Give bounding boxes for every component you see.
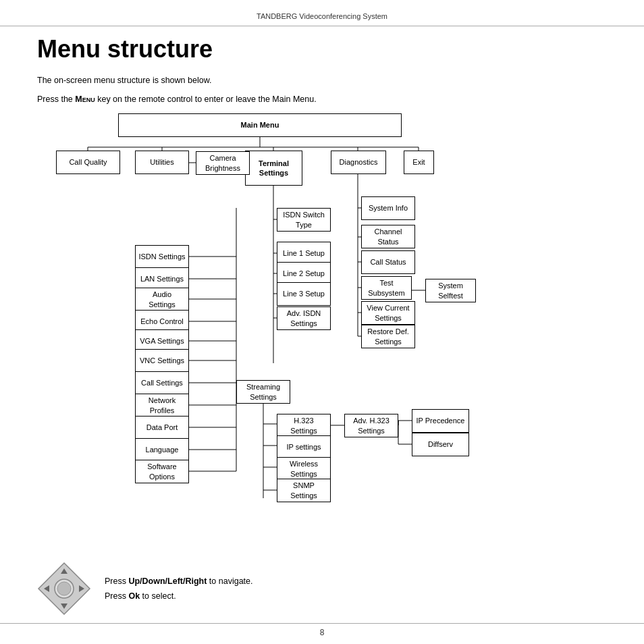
- box-utilities: Utilities: [135, 151, 189, 174]
- bottom-rule: [0, 623, 644, 624]
- box-network-profiles: Network Profiles: [135, 394, 189, 417]
- box-audio-settings: Audio Settings: [135, 288, 189, 311]
- box-call-status: Call Status: [361, 250, 415, 274]
- box-terminal-settings: Terminal Settings: [245, 151, 302, 186]
- subtitle1: The on-screen menu structure is shown be…: [37, 76, 211, 85]
- box-line3-setup: Line 3 Setup: [277, 282, 331, 306]
- box-h323-settings: H.323 Settings: [277, 414, 331, 437]
- page-number: 8: [320, 628, 325, 637]
- box-diagnostics: Diagnostics: [331, 151, 386, 174]
- box-diffserv: Diffserv: [412, 433, 469, 456]
- menu-structure-diagram: Main Menu Call Quality Utilities Termina…: [37, 113, 618, 545]
- nav-area: Press Up/Down/Left/Right to navigate. Pr…: [37, 562, 253, 616]
- ok-key: Ok: [128, 591, 140, 601]
- box-language: Language: [135, 438, 189, 462]
- box-main-menu: Main Menu: [118, 113, 402, 137]
- box-ip-settings: IP settings: [277, 435, 331, 459]
- svg-point-49: [57, 582, 71, 595]
- box-view-current-settings: View Current Settings: [361, 301, 415, 325]
- box-isdn-switch-type: ISDN Switch Type: [277, 208, 331, 232]
- nav-instructions: Press Up/Down/Left/Right to navigate. Pr…: [105, 574, 253, 604]
- nav-keys: Up/Down/Left/Right: [128, 576, 207, 586]
- box-adv-isdn-settings: Adv. ISDN Settings: [277, 306, 331, 330]
- page-title: Menu structure: [37, 35, 213, 63]
- nav-icon: [37, 562, 91, 616]
- box-system-info: System Info: [361, 196, 415, 220]
- box-data-port: Data Port: [135, 416, 189, 439]
- box-software-options: Software Options: [135, 460, 189, 483]
- subtitle2: Press the Menu key on the remote control…: [37, 95, 317, 104]
- box-channel-status: Channel Status: [361, 225, 415, 248]
- box-snmp-settings: SNMP Settings: [277, 479, 331, 502]
- page-header: TANDBERG Videoconferencing System: [257, 12, 387, 20]
- box-wireless-settings: Wireless Settings: [277, 457, 331, 481]
- box-camera-brightness: Camera Brightness: [196, 151, 250, 175]
- top-rule: [0, 26, 644, 26]
- box-system-selftest: System Selftest: [425, 279, 476, 302]
- box-restore-def-settings: Restore Def. Settings: [361, 325, 415, 348]
- box-call-settings: Call Settings: [135, 371, 189, 395]
- box-isdn-settings: ISDN Settings: [135, 245, 189, 269]
- box-test-subsystem: Test Subsystem: [361, 276, 412, 300]
- box-exit: Exit: [404, 151, 434, 174]
- box-adv-h323-settings: Adv. H.323 Settings: [344, 414, 398, 437]
- box-streaming-settings: Streaming Settings: [236, 380, 290, 404]
- box-vnc-settings: VNC Settings: [135, 349, 189, 373]
- menu-key: Menu: [75, 95, 95, 104]
- box-ip-precedence: IP Precedence: [412, 409, 469, 433]
- box-call-quality: Call Quality: [56, 151, 120, 174]
